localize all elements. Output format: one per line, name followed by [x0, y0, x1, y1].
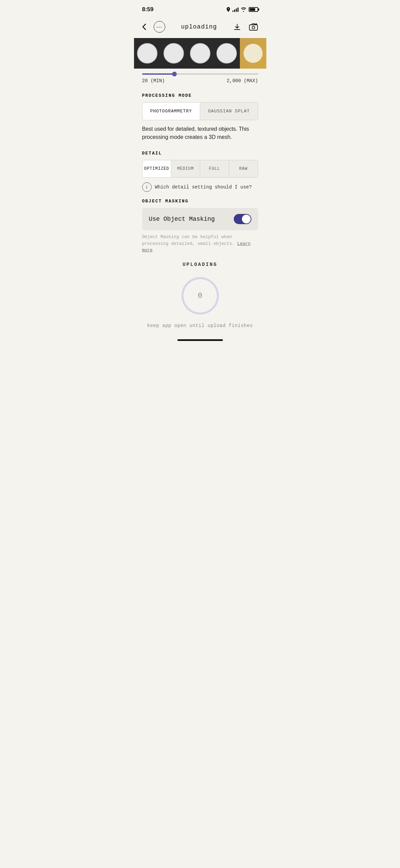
- toggle-thumb: [242, 215, 251, 223]
- slider-labels: 20 (MIN) 2,000 (MAX): [142, 78, 258, 84]
- photo-thumb-3[interactable]: [187, 38, 213, 69]
- nav-left: ···: [141, 20, 167, 34]
- masking-description: Object Masking can be helpful when proce…: [142, 234, 258, 254]
- slider-fill: [142, 73, 175, 75]
- nav-bar: ··· uploading: [134, 17, 266, 38]
- nav-title: uploading: [181, 23, 217, 30]
- uploading-title: UPLOADING: [142, 262, 258, 267]
- download-button[interactable]: [232, 21, 243, 32]
- home-bar: [177, 339, 223, 341]
- home-indicator: [134, 335, 266, 344]
- photo-thumb-1[interactable]: [134, 38, 160, 69]
- status-time: 8:59: [142, 6, 154, 13]
- keep-open-text: keep app open until upload finishes: [142, 323, 258, 328]
- medium-button[interactable]: MEDIUM: [171, 160, 200, 177]
- more-button[interactable]: ···: [152, 20, 167, 34]
- progress-ring: 0: [180, 275, 221, 316]
- slider-thumb[interactable]: [172, 72, 177, 76]
- masking-toggle[interactable]: [234, 214, 251, 224]
- detail-info-row: i Which detail setting should I use?: [142, 182, 258, 192]
- progress-ring-container: 0: [142, 275, 258, 316]
- masking-description-text: Object Masking can be helpful when proce…: [142, 234, 235, 246]
- add-photo-button[interactable]: [247, 21, 260, 32]
- battery-icon: [249, 7, 258, 12]
- object-masking-section: OBJECT MASKING Use Object Masking Object…: [134, 192, 266, 254]
- location-icon: [226, 7, 230, 12]
- photogrammetry-button[interactable]: PHOTOGRAMMETRY: [142, 103, 200, 120]
- uploading-section: UPLOADING 0 keep app open until upload f…: [134, 254, 266, 335]
- slider-track: [142, 73, 258, 75]
- masking-card: Use Object Masking: [142, 208, 258, 230]
- slider-min-label: 20 (MIN): [142, 78, 165, 84]
- detail-title: DETAIL: [142, 151, 258, 156]
- processing-description: Best used for detailed, textured objects…: [142, 125, 258, 141]
- back-button[interactable]: [141, 22, 148, 32]
- progress-value: 0: [198, 291, 202, 300]
- slider-max-label: 2,000 (MAX): [227, 78, 258, 84]
- processing-mode-toggle: PHOTOGRAMMETRY GAUSSIAN SPLAT: [142, 102, 258, 120]
- full-button[interactable]: FULL: [200, 160, 229, 177]
- detail-info-text: Which detail setting should I use?: [155, 184, 252, 190]
- gaussian-splat-button[interactable]: GAUSSIAN SPLAT: [200, 103, 258, 120]
- back-chevron-icon: [142, 23, 146, 30]
- status-bar: 8:59: [134, 0, 266, 17]
- optimized-button[interactable]: OPTIMIZED: [142, 160, 171, 177]
- processing-mode-section: PROCESSING MODE PHOTOGRAMMETRY GAUSSIAN …: [134, 86, 266, 141]
- detail-toggle: OPTIMIZED MEDIUM FULL RAW: [142, 160, 258, 178]
- photo-thumb-5[interactable]: [240, 38, 266, 69]
- camera-add-icon: [249, 23, 258, 31]
- svg-rect-0: [249, 25, 258, 30]
- detail-section: DETAIL OPTIMIZED MEDIUM FULL RAW i Which…: [134, 144, 266, 192]
- photo-thumb-4[interactable]: [213, 38, 240, 69]
- nav-right: [232, 21, 260, 32]
- masking-label: Use Object Masking: [149, 216, 215, 222]
- info-icon: i: [142, 182, 152, 192]
- more-icon: ···: [154, 21, 165, 33]
- signal-icon: [232, 7, 239, 12]
- status-icons: [226, 7, 258, 12]
- raw-button[interactable]: RAW: [229, 160, 258, 177]
- svg-point-1: [252, 26, 255, 29]
- slider-section: 20 (MIN) 2,000 (MAX): [134, 69, 266, 86]
- object-masking-title: OBJECT MASKING: [142, 199, 258, 204]
- photo-thumb-2[interactable]: [160, 38, 187, 69]
- photo-strip: [134, 38, 266, 69]
- processing-mode-title: PROCESSING MODE: [142, 93, 258, 98]
- wifi-icon: [241, 7, 247, 12]
- download-icon: [233, 23, 241, 31]
